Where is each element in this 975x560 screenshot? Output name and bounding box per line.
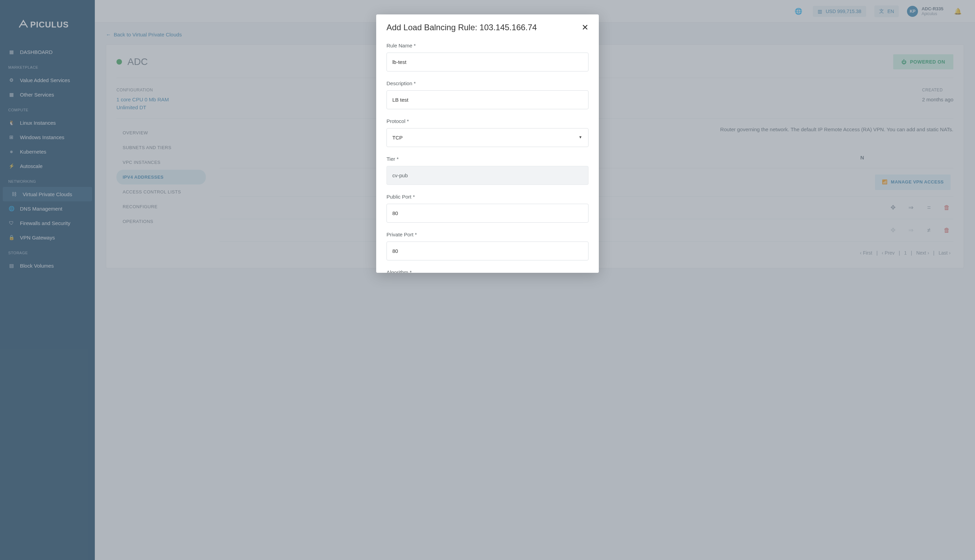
label-description: Description * [387,80,588,86]
label-private-port: Private Port * [387,232,588,237]
public-port-input[interactable] [387,204,588,223]
protocol-select[interactable] [387,128,588,147]
close-icon[interactable]: ✕ [582,23,588,32]
modal-title: Add Load Balncing Rule: 103.145.166.74 [387,23,537,32]
tier-input [387,166,588,185]
label-protocol: Protocol * [387,118,588,124]
rule-name-input[interactable] [387,53,588,72]
label-tier: Tier * [387,156,588,162]
add-lb-rule-modal: Add Load Balncing Rule: 103.145.166.74 ✕… [376,15,599,273]
description-input[interactable] [387,90,588,109]
label-rule-name: Rule Name * [387,43,588,48]
label-public-port: Public Port * [387,194,588,200]
label-algorithm: Algorithm * [387,269,588,273]
private-port-input[interactable] [387,242,588,260]
